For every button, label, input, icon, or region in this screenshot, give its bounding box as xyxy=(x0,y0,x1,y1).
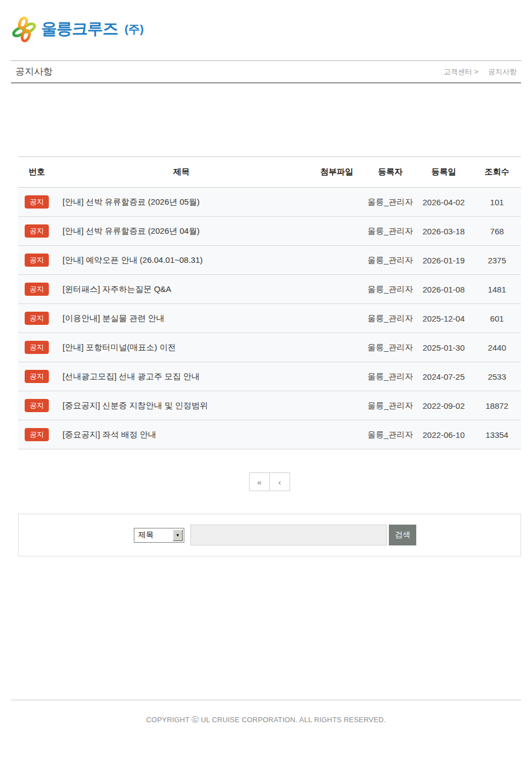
search-category-value: 제목 xyxy=(138,530,154,540)
header-attachment: 첨부파일 xyxy=(307,157,366,188)
table-row: 공지 [안내] 포항터미널(매표소) 이전 울릉_관리자 2025-01-30 … xyxy=(18,333,521,362)
notice-table: 번호 제목 첨부파일 등록자 등록일 조회수 공지 [안내] 선박 유류할증료 … xyxy=(18,156,521,449)
table-row: 공지 [중요공지] 좌석 배정 안내 울릉_관리자 2022-06-10 133… xyxy=(18,420,521,449)
attachment-cell xyxy=(307,217,366,246)
header-author: 등록자 xyxy=(366,157,415,188)
notice-title-link[interactable]: [선내광고모집] 선내 광고주 모집 안내 xyxy=(63,372,200,381)
notice-title-link[interactable]: [안내] 포항터미널(매표소) 이전 xyxy=(63,342,176,352)
copyright-text: COPYRIGHT ⓒ UL CRUISE CORPORATION. ALL R… xyxy=(11,715,521,725)
notice-title-link[interactable]: [안내] 선박 유류할증료 (2026년 05월) xyxy=(63,197,200,206)
date-cell: 2026-01-19 xyxy=(415,246,473,275)
notice-title-link[interactable]: [안내] 선박 유류할증료 (2026년 04월) xyxy=(63,226,200,235)
breadcrumb-parent[interactable]: 고객센터 > xyxy=(444,67,478,77)
notice-title-link[interactable]: [안내] 예약오픈 안내 (26.04.01~08.31) xyxy=(63,255,203,264)
author-cell: 울릉_관리자 xyxy=(366,333,415,362)
notice-badge: 공지 xyxy=(25,254,49,267)
attachment-cell xyxy=(307,188,366,217)
notice-badge: 공지 xyxy=(25,370,49,383)
attachment-cell xyxy=(307,420,366,449)
notice-badge: 공지 xyxy=(25,195,49,209)
author-cell: 울릉_관리자 xyxy=(366,362,415,391)
date-cell: 2022-06-10 xyxy=(415,420,473,449)
site-header: 울릉크루즈 (주) xyxy=(11,0,521,60)
author-cell: 울릉_관리자 xyxy=(366,275,415,304)
date-cell: 2025-12-04 xyxy=(415,304,473,333)
views-cell: 2440 xyxy=(473,333,521,362)
views-cell: 768 xyxy=(473,217,521,246)
notice-title-link[interactable]: [중요공지] 신분증 지참안내 및 인정범위 xyxy=(63,401,208,410)
attachment-cell xyxy=(307,333,366,362)
views-cell: 2375 xyxy=(473,246,521,275)
table-row: 공지 [안내] 선박 유류할증료 (2026년 04월) 울릉_관리자 2026… xyxy=(18,217,521,246)
chevron-down-icon[interactable]: ▼ xyxy=(173,530,183,541)
header-date: 등록일 xyxy=(415,157,473,188)
site-logo[interactable]: 울릉크루즈 (주) xyxy=(12,15,144,43)
author-cell: 울릉_관리자 xyxy=(366,420,415,449)
search-button[interactable]: 검색 xyxy=(389,525,416,545)
logo-text: 울릉크루즈 xyxy=(41,18,118,40)
author-cell: 울릉_관리자 xyxy=(366,304,415,333)
date-cell: 2026-01-08 xyxy=(415,275,473,304)
page-title-bar: 공지사항 고객센터 > 공지사항 xyxy=(11,60,521,83)
notice-table-body: 공지 [안내] 선박 유류할증료 (2026년 05월) 울릉_관리자 2026… xyxy=(18,188,521,449)
notice-title-link[interactable]: [이용안내] 분실물 관련 안내 xyxy=(63,313,165,323)
views-cell: 601 xyxy=(473,304,521,333)
search-category-select[interactable]: 제목 ▼ xyxy=(134,528,184,543)
notice-badge: 공지 xyxy=(25,283,49,296)
attachment-cell xyxy=(307,304,366,333)
notice-badge: 공지 xyxy=(25,341,49,354)
notice-badge: 공지 xyxy=(25,224,49,238)
table-row: 공지 [이용안내] 분실물 관련 안내 울릉_관리자 2025-12-04 60… xyxy=(18,304,521,333)
date-cell: 2022-09-02 xyxy=(415,391,473,420)
page-footer: COPYRIGHT ⓒ UL CRUISE CORPORATION. ALL R… xyxy=(11,700,521,725)
notice-title-link[interactable]: [윈터패스] 자주하는질문 Q&A xyxy=(63,284,171,294)
notice-badge: 공지 xyxy=(25,428,49,441)
attachment-cell xyxy=(307,246,366,275)
breadcrumb: 고객센터 > 공지사항 xyxy=(444,67,517,77)
logo-suffix: (주) xyxy=(124,21,144,37)
search-box: 제목 ▼ 검색 xyxy=(18,514,521,556)
table-row: 공지 [윈터패스] 자주하는질문 Q&A 울릉_관리자 2026-01-08 1… xyxy=(18,275,521,304)
pagination: « ‹ xyxy=(18,472,521,491)
table-row: 공지 [선내광고모집] 선내 광고주 모집 안내 울릉_관리자 2024-07-… xyxy=(18,362,521,391)
author-cell: 울릉_관리자 xyxy=(366,188,415,217)
page-title: 공지사항 xyxy=(15,65,53,78)
table-row: 공지 [중요공지] 신분증 지참안내 및 인정범위 울릉_관리자 2022-09… xyxy=(18,391,521,420)
date-cell: 2026-03-18 xyxy=(415,217,473,246)
views-cell: 13354 xyxy=(473,420,521,449)
notice-badge: 공지 xyxy=(25,312,49,325)
notice-badge: 공지 xyxy=(25,399,49,412)
table-row: 공지 [안내] 선박 유류할증료 (2026년 05월) 울릉_관리자 2026… xyxy=(18,188,521,217)
attachment-cell xyxy=(307,391,366,420)
attachment-cell xyxy=(307,275,366,304)
attachment-cell xyxy=(307,362,366,391)
date-cell: 2024-07-25 xyxy=(415,362,473,391)
header-title: 제목 xyxy=(55,157,307,188)
pagination-prev-button[interactable]: ‹ xyxy=(269,472,290,491)
date-cell: 2025-01-30 xyxy=(415,333,473,362)
table-row: 공지 [안내] 예약오픈 안내 (26.04.01~08.31) 울릉_관리자 … xyxy=(18,246,521,275)
views-cell: 101 xyxy=(473,188,521,217)
views-cell: 18872 xyxy=(473,391,521,420)
header-number: 번호 xyxy=(18,157,55,188)
table-header-row: 번호 제목 첨부파일 등록자 등록일 조회수 xyxy=(18,157,521,188)
notice-board: 번호 제목 첨부파일 등록자 등록일 조회수 공지 [안내] 선박 유류할증료 … xyxy=(18,156,521,491)
breadcrumb-current[interactable]: 공지사항 xyxy=(488,67,517,77)
author-cell: 울릉_관리자 xyxy=(366,246,415,275)
author-cell: 울릉_관리자 xyxy=(366,391,415,420)
header-views: 조회수 xyxy=(473,157,521,188)
views-cell: 1481 xyxy=(473,275,521,304)
logo-flower-icon xyxy=(12,15,36,43)
pagination-first-button[interactable]: « xyxy=(249,472,270,491)
views-cell: 2533 xyxy=(473,362,521,391)
date-cell: 2026-04-02 xyxy=(415,188,473,217)
notice-title-link[interactable]: [중요공지] 좌석 배정 안내 xyxy=(63,430,156,439)
search-input[interactable] xyxy=(190,525,387,545)
author-cell: 울릉_관리자 xyxy=(366,217,415,246)
